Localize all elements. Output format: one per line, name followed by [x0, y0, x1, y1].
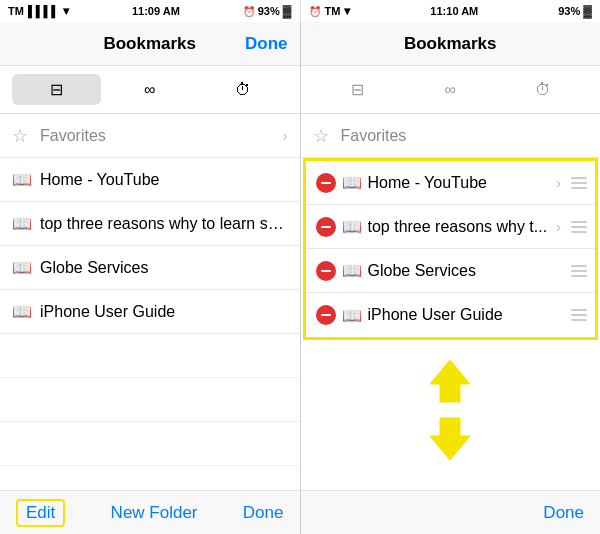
down-arrow [425, 414, 475, 464]
minus-button[interactable] [316, 261, 336, 281]
left-battery: 93% [258, 5, 280, 17]
done-button[interactable]: Done [245, 34, 288, 54]
list-item[interactable]: 📖 Globe Services [306, 249, 596, 293]
drag-handle[interactable] [571, 177, 587, 189]
chevron-icon: › [556, 175, 561, 191]
right-status-bar: ⏰ TM ▾ 11:10 AM 93% ▓ [301, 0, 601, 22]
minus-button[interactable] [316, 305, 336, 325]
minus-button[interactable] [316, 217, 336, 237]
edit-button[interactable]: Edit [16, 499, 65, 527]
bottom-done-button[interactable]: Done [243, 503, 284, 523]
right-panel-header: Bookmarks [301, 22, 601, 66]
right-wifi-icon: ▾ [344, 4, 350, 18]
list-item[interactable]: 📖 iPhone User Guide [0, 290, 300, 334]
book-icon: 📖 [342, 261, 362, 280]
right-carrier: TM [325, 5, 341, 17]
empty-line [0, 378, 300, 422]
right-tab-bookmarks[interactable]: ⊟ [313, 74, 402, 105]
drag-handle[interactable] [571, 309, 587, 321]
left-time: 11:09 AM [132, 5, 180, 17]
list-item[interactable]: 📖 top three reasons why t... › [306, 205, 596, 249]
right-panel: Bookmarks ⊟ ∞ ⏱ ☆ Favorites [301, 22, 601, 534]
book-icon: 📖 [342, 306, 362, 325]
left-alarm-icon: ⏰ [243, 6, 255, 17]
book-icon: 📖 [342, 217, 362, 236]
item-label: Home - YouTube [40, 171, 288, 189]
list-item[interactable]: 📖 Home - YouTube [0, 158, 300, 202]
item-label: top three reasons why t... [368, 218, 551, 236]
chevron-icon: › [556, 219, 561, 235]
empty-line [0, 466, 300, 490]
list-item[interactable]: 📖 Home - YouTube › [306, 161, 596, 205]
left-signal-icon: ▌▌▌▌ [28, 5, 59, 17]
right-panel-title: Bookmarks [404, 34, 497, 54]
right-battery-icon: ▓ [583, 4, 592, 18]
list-item[interactable]: 📖 iPhone User Guide [306, 293, 596, 337]
item-label: iPhone User Guide [368, 306, 566, 324]
item-label: top three reasons why to learn secon... [40, 215, 288, 233]
item-label: Favorites [341, 127, 589, 145]
left-carrier: TM [8, 5, 24, 17]
right-done-button[interactable]: Done [543, 503, 584, 523]
book-icon: 📖 [12, 214, 32, 233]
right-tab-history[interactable]: ⏱ [499, 75, 588, 105]
left-panel-title: Bookmarks [103, 34, 196, 54]
right-segment-tabs: ⊟ ∞ ⏱ [301, 66, 601, 114]
book-icon: 📖 [12, 170, 32, 189]
book-icon: 📖 [342, 173, 362, 192]
item-label: Favorites [40, 127, 275, 145]
left-segment-tabs: ⊟ ∞ ⏱ [0, 66, 300, 114]
list-item[interactable]: 📖 top three reasons why to learn secon..… [0, 202, 300, 246]
arrow-area [301, 340, 601, 480]
empty-line [0, 334, 300, 378]
up-arrow [425, 356, 475, 406]
left-wifi-icon: ▾ [63, 4, 69, 18]
left-tab-history[interactable]: ⏱ [198, 75, 287, 105]
drag-handle[interactable] [571, 221, 587, 233]
item-label: Globe Services [368, 262, 566, 280]
right-bookmark-list: ☆ Favorites 📖 Home - YouTube › [301, 114, 601, 490]
list-item[interactable]: 📖 Globe Services [0, 246, 300, 290]
left-bottom-toolbar: Edit New Folder Done [0, 490, 300, 534]
left-panel: Bookmarks Done ⊟ ∞ ⏱ ☆ Fav [0, 22, 300, 534]
minus-button[interactable] [316, 173, 336, 193]
new-folder-button[interactable]: New Folder [111, 503, 198, 523]
list-item[interactable]: ☆ Favorites › [0, 114, 300, 158]
left-battery-icon: ▓ [283, 4, 292, 18]
book-icon: 📖 [12, 302, 32, 321]
right-bottom-toolbar: Done [301, 490, 601, 534]
empty-line [301, 480, 601, 490]
chevron-icon: › [283, 128, 288, 144]
right-alarm-icon: ⏰ [309, 6, 321, 17]
left-status-bar: TM ▌▌▌▌ ▾ 11:09 AM ⏰ 93% ▓ [0, 0, 300, 22]
left-tab-bookmarks[interactable]: ⊟ [12, 74, 101, 105]
empty-line [0, 422, 300, 466]
left-panel-header: Bookmarks Done [0, 22, 300, 66]
right-tab-reading-list[interactable]: ∞ [406, 75, 495, 105]
list-item[interactable]: ☆ Favorites [301, 114, 601, 158]
drag-handle[interactable] [571, 265, 587, 277]
left-bookmark-list: ☆ Favorites › 📖 Home - YouTube 📖 top thr… [0, 114, 300, 490]
item-label: Globe Services [40, 259, 288, 277]
book-icon: 📖 [12, 258, 32, 277]
star-icon: ☆ [12, 125, 32, 147]
edit-items-group: 📖 Home - YouTube › [303, 158, 599, 340]
left-tab-reading-list[interactable]: ∞ [105, 75, 194, 105]
svg-marker-1 [430, 418, 470, 460]
right-battery: 93% [558, 5, 580, 17]
item-label: Home - YouTube [368, 174, 551, 192]
right-time: 11:10 AM [430, 5, 478, 17]
item-label: iPhone User Guide [40, 303, 288, 321]
star-icon: ☆ [313, 125, 333, 147]
svg-marker-0 [430, 360, 470, 402]
